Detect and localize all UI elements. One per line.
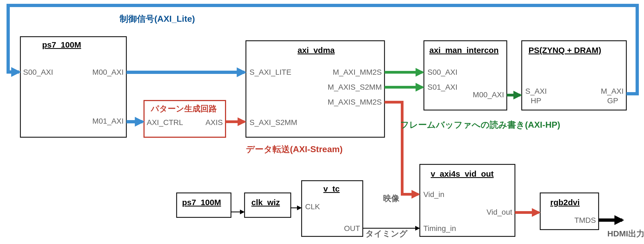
block-v-axi4s-vid-out: v_axi4s_vid_out Vid_in Timing_in Vid_out	[420, 164, 515, 236]
port-vid-in: Vid_in	[423, 190, 444, 199]
port-axi-ctrl: AXI_CTRL	[147, 118, 183, 127]
block-ps-zynq-dram: PS(ZYNQ + DRAM) S_AXI HP M_AXI GP	[522, 41, 626, 110]
block-ps7-100m-b: ps7_100M	[177, 193, 231, 217]
block-axi-vdma: axi_vdma S_AXI_LITE S_AXI_S2MM M_AXI_MM2…	[246, 41, 384, 137]
port-m-axis-s2mm: M_AXIS_S2MM	[328, 83, 382, 91]
port-s00-axi-ic: S00_AXI	[427, 68, 458, 76]
arrow-mm2s-to-vidin	[384, 102, 418, 194]
port-m00-axi: M00_AXI	[92, 68, 124, 76]
label-video: 映像	[383, 194, 400, 203]
title-v-tc: v_tc	[323, 184, 340, 193]
port-s-axi-lite: S_AXI_LITE	[249, 68, 291, 76]
port-s01-axi-ic: S01_AXI	[427, 83, 458, 91]
title-axi-man-intercon: axi_man_intercon	[429, 46, 499, 55]
port-m-axis-mm2s: M_AXIS_MM2S	[328, 98, 382, 106]
port-axis: AXIS	[205, 118, 223, 127]
port-out: OUT	[344, 224, 360, 233]
block-axi-man-intercon: axi_man_intercon S00_AXI S01_AXI M00_AXI	[424, 41, 507, 110]
port-vid-out: Vid_out	[487, 208, 512, 216]
port-clk: CLK	[305, 202, 320, 211]
port-tmds: TMDS	[574, 216, 596, 224]
port-m01-axi: M01_AXI	[92, 117, 124, 125]
block-rgb2dvi: rgb2dvi TMDS	[540, 193, 599, 230]
port-m-axi-gp-1: M_AXI	[601, 87, 624, 95]
port-s-axi-hp-2: HP	[531, 96, 541, 105]
title-ps7-100m-a: ps7_100M	[42, 40, 81, 49]
title-clk-wiz: clk_wiz	[251, 198, 280, 207]
label-timing: タイミング	[365, 229, 408, 238]
port-s-axi-s2mm: S_AXI_S2MM	[249, 118, 297, 127]
label-hdmi: HDMI出力	[607, 229, 644, 238]
port-s00-axi-a: S00_AXI	[23, 68, 53, 76]
block-ps7-100m-a: ps7_100M S00_AXI M00_AXI M01_AXI	[20, 37, 126, 137]
title-v-axi4s-vid-out: v_axi4s_vid_out	[431, 169, 494, 178]
port-m00-axi-ic: M00_AXI	[473, 90, 504, 99]
block-diagram: ps7_100M S00_AXI M00_AXI M01_AXI パターン生成回…	[0, 0, 644, 244]
label-stream: データ転送(AXI-Stream)	[246, 144, 343, 154]
title-rgb2dvi: rgb2dvi	[550, 198, 580, 207]
title-axi-vdma: axi_vdma	[298, 46, 335, 55]
title-pattern-gen: パターン生成回路	[150, 104, 217, 113]
label-framebuf: フレームバッファへの読み書き(AXI-HP)	[400, 120, 560, 130]
port-timing-in: Timing_in	[423, 224, 456, 233]
port-s-axi-hp-1: S_AXI	[525, 87, 547, 95]
port-m-axi-mm2s: M_AXI_MM2S	[333, 68, 382, 76]
block-pattern-gen: パターン生成回路 AXI_CTRL AXIS	[144, 101, 226, 137]
title-ps7-100m-b: ps7_100M	[182, 198, 221, 207]
block-clk-wiz: clk_wiz	[245, 193, 291, 217]
title-ps-zynq-dram: PS(ZYNQ + DRAM)	[529, 46, 601, 55]
label-control: 制御信号(AXI_Lite)	[119, 14, 195, 24]
block-v-tc: v_tc CLK OUT	[302, 181, 363, 236]
port-m-axi-gp-2: GP	[607, 96, 618, 105]
